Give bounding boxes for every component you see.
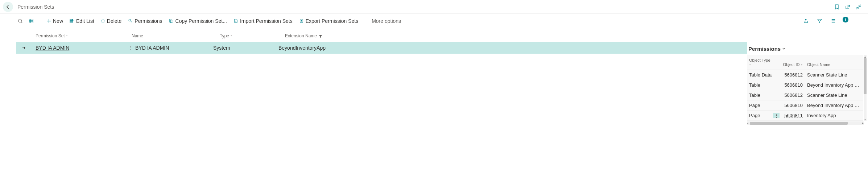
edit-list-button[interactable]: Edit List xyxy=(67,17,96,25)
cell-object-id: 5606811 xyxy=(781,113,803,118)
cell-object-name: Scanner State Line xyxy=(803,72,861,78)
delete-label: Delete xyxy=(107,18,121,24)
copy-icon xyxy=(169,18,174,23)
list-view-button[interactable] xyxy=(27,17,36,25)
cell-object-id: 5606810 xyxy=(781,82,803,88)
scroll-thumb[interactable] xyxy=(864,58,867,94)
cell-object-name: Beyond Inventory App Setup xyxy=(803,82,861,88)
permissions-button[interactable]: Permissions xyxy=(126,17,164,25)
rows-icon xyxy=(831,18,836,24)
col-extension-name-label: Extension Name xyxy=(285,33,317,38)
edit-list-icon xyxy=(70,18,74,23)
panel-row[interactable]: Table5606812Scanner State Line xyxy=(747,90,863,100)
import-icon xyxy=(233,18,238,23)
delete-button[interactable]: Delete xyxy=(99,17,124,25)
vertical-scrollbar[interactable]: ▴ ▾ xyxy=(864,55,867,121)
plus-icon xyxy=(47,19,51,23)
col-permission-set[interactable]: Permission Set xyxy=(36,33,132,38)
row-type: System xyxy=(213,45,278,51)
panel-col-object-name[interactable]: Object Name xyxy=(803,62,861,67)
panel-col-object-id[interactable]: Object ID ↑ xyxy=(781,62,803,67)
cell-object-type: Page xyxy=(749,103,781,108)
cell-object-id: 5606810 xyxy=(781,103,803,108)
panel-col-object-id-label: Object ID xyxy=(783,62,800,67)
key-icon xyxy=(128,18,133,23)
row-indicator xyxy=(19,46,29,50)
panel-column-headers: Object Type↑ Object ID ↑ Object Name xyxy=(747,55,863,70)
permission-set-link[interactable]: BYD IA ADMIN xyxy=(36,45,69,51)
export-label: Export Permission Sets xyxy=(306,18,359,24)
more-options-button[interactable]: More options xyxy=(369,17,403,25)
cell-object-name: Inventory App xyxy=(803,113,861,118)
col-extension-name[interactable]: Extension Name xyxy=(285,33,747,38)
svg-rect-4 xyxy=(169,19,172,22)
svg-rect-5 xyxy=(170,20,173,23)
row-actions-button[interactable]: ⋮ xyxy=(125,45,135,51)
search-icon xyxy=(18,18,23,24)
horizontal-scrollbar[interactable]: ◂ ▸ xyxy=(747,121,864,125)
scroll-down-arrow[interactable]: ▾ xyxy=(864,118,867,121)
export-permission-sets-button[interactable]: Export Permission Sets xyxy=(297,17,361,25)
cell-object-id: 5606812 xyxy=(781,72,803,78)
panel-title-label: Permissions xyxy=(748,46,781,52)
panel-row[interactable]: Table Data5606812Scanner State Line xyxy=(747,70,863,80)
chevron-down-icon xyxy=(782,47,786,51)
trash-icon xyxy=(101,19,105,23)
panel-col-object-type[interactable]: Object Type↑ xyxy=(749,58,781,67)
search-button[interactable] xyxy=(16,17,25,25)
panel-row[interactable]: Page5606811Inventory App xyxy=(747,111,863,121)
cell-object-type: Table Data xyxy=(749,72,781,78)
permissions-label: Permissions xyxy=(135,18,162,24)
filter-applied-icon xyxy=(319,34,322,38)
permissions-panel: Permissions Object Type↑ Object ID ↑ Obj… xyxy=(747,43,863,125)
cell-object-type: Table xyxy=(749,92,781,98)
svg-rect-1 xyxy=(29,19,33,23)
list-icon xyxy=(29,18,34,24)
row-extension-name: BeyondInventoryApp xyxy=(278,45,747,51)
arrow-right-icon xyxy=(22,46,26,50)
new-label: New xyxy=(53,18,63,24)
copy-permission-set-button[interactable]: Copy Permission Set... xyxy=(167,17,229,25)
panel-title[interactable]: Permissions xyxy=(747,43,863,55)
scroll-up-arrow[interactable]: ▴ xyxy=(864,55,867,58)
filter-icon xyxy=(817,18,822,24)
col-name[interactable]: Name xyxy=(132,33,220,38)
divider xyxy=(365,17,365,25)
hscroll-thumb[interactable] xyxy=(750,122,848,125)
bookmark-icon[interactable] xyxy=(834,4,840,10)
collapse-icon[interactable] xyxy=(856,4,861,10)
cell-object-type: Table xyxy=(749,82,781,88)
table-row[interactable]: BYD IA ADMIN ⋮ BYD IA ADMIN System Beyon… xyxy=(16,42,747,54)
copy-label: Copy Permission Set... xyxy=(175,18,227,24)
back-button[interactable] xyxy=(3,2,13,12)
panel-col-object-type-label: Object Type xyxy=(749,58,770,62)
edit-list-label: Edit List xyxy=(76,18,94,24)
cell-object-name: Scanner State Line xyxy=(803,92,861,98)
share-button[interactable] xyxy=(801,17,810,25)
cell-object-id: 5606812 xyxy=(781,92,803,98)
import-label: Import Permission Sets xyxy=(240,18,293,24)
svg-point-0 xyxy=(18,19,22,22)
col-type[interactable]: Type xyxy=(220,33,285,38)
panel-row[interactable]: Page5606810Beyond Inventory App Setup xyxy=(747,100,863,111)
divider xyxy=(40,17,40,25)
column-headers: Permission Set Name Type Extension Name xyxy=(16,28,747,42)
toolbar: New Edit List Delete Permissions Copy Pe… xyxy=(0,14,868,28)
import-permission-sets-button[interactable]: Import Permission Sets xyxy=(231,17,295,25)
row-name: BYD IA ADMIN xyxy=(135,45,213,51)
cell-object-type: Page xyxy=(749,113,781,118)
new-button[interactable]: New xyxy=(45,17,65,25)
export-icon xyxy=(299,18,304,23)
popout-icon[interactable] xyxy=(845,4,851,10)
list-layout-button[interactable] xyxy=(829,17,838,25)
share-icon xyxy=(803,18,809,24)
arrow-left-icon xyxy=(5,4,11,9)
cell-object-name: Beyond Inventory App Setup xyxy=(803,103,861,108)
panel-row[interactable]: Table5606810Beyond Inventory App Setup xyxy=(747,80,863,90)
info-button[interactable]: i xyxy=(843,17,848,22)
page-title: Permission Sets xyxy=(17,4,54,10)
more-options-label: More options xyxy=(372,18,401,24)
filter-button[interactable] xyxy=(815,17,824,25)
